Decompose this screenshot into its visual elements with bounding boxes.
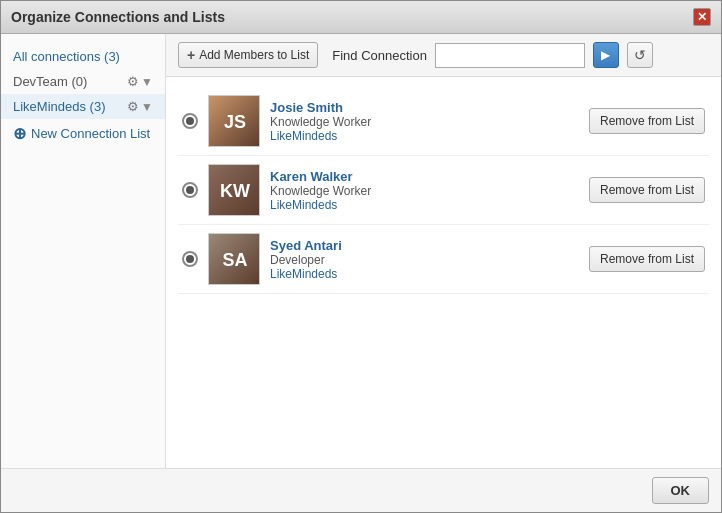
likemindeds-gear[interactable]: ⚙ ▼ [127,99,153,114]
remove-from-list-button[interactable]: Remove from List [589,108,705,134]
add-members-button[interactable]: + Add Members to List [178,42,318,68]
avatar: KW [208,164,260,216]
gear-icon[interactable]: ⚙ [127,99,139,114]
member-company: LikeMindeds [270,267,579,281]
table-row: JS Josie Smith Knowledge Worker LikeMind… [178,87,709,156]
title-bar: Organize Connections and Lists ✕ [1,1,721,34]
refresh-icon: ↺ [634,47,646,63]
plus-icon: + [187,47,195,63]
radio-button[interactable] [182,113,198,129]
find-connection-label: Find Connection [332,48,427,63]
new-list-label: New Connection List [31,126,150,141]
member-company: LikeMindeds [270,129,579,143]
dialog-footer: OK [1,468,721,512]
refresh-button[interactable]: ↺ [627,42,653,68]
table-row: SA Syed Antari Developer LikeMindeds Rem… [178,225,709,294]
organize-connections-dialog: Organize Connections and Lists ✕ All con… [0,0,722,513]
member-name: Karen Walker [270,169,579,184]
member-title: Developer [270,253,579,267]
main-panel: + Add Members to List Find Connection ▶ … [166,34,721,468]
plus-circle-icon: ⊕ [13,124,26,143]
close-button[interactable]: ✕ [693,8,711,26]
avatar: JS [208,95,260,147]
ok-button[interactable]: OK [652,477,710,504]
member-company: LikeMindeds [270,198,579,212]
member-name: Syed Antari [270,238,579,253]
dialog-body: All connections (3) DevTeam (0) ⚙ ▼ Like… [1,34,721,468]
table-row: KW Karen Walker Knowledge Worker LikeMin… [178,156,709,225]
remove-from-list-button[interactable]: Remove from List [589,177,705,203]
all-connections-label: All connections (3) [13,49,120,64]
member-name: Josie Smith [270,100,579,115]
member-info: Karen Walker Knowledge Worker LikeMinded… [270,169,579,212]
sidebar: All connections (3) DevTeam (0) ⚙ ▼ Like… [1,34,166,468]
add-members-label: Add Members to List [199,48,309,62]
sidebar-item-all-connections[interactable]: All connections (3) [1,44,165,69]
members-list: JS Josie Smith Knowledge Worker LikeMind… [166,77,721,468]
remove-from-list-button[interactable]: Remove from List [589,246,705,272]
member-info: Josie Smith Knowledge Worker LikeMindeds [270,100,579,143]
devteam-gear[interactable]: ⚙ ▼ [127,74,153,89]
find-connection-input[interactable] [435,43,585,68]
arrow-right-icon: ▶ [601,48,610,62]
member-info: Syed Antari Developer LikeMindeds [270,238,579,281]
gear-icon[interactable]: ⚙ [127,74,139,89]
sidebar-item-likemindeds[interactable]: LikeMindeds (3) ⚙ ▼ [1,94,165,119]
radio-button[interactable] [182,251,198,267]
likemindeds-label: LikeMindeds (3) [13,99,106,114]
radio-button[interactable] [182,182,198,198]
devteam-label: DevTeam (0) [13,74,87,89]
new-list-item[interactable]: ⊕ New Connection List [1,119,165,148]
member-title: Knowledge Worker [270,184,579,198]
dialog-title: Organize Connections and Lists [11,9,225,25]
find-go-button[interactable]: ▶ [593,42,619,68]
toolbar: + Add Members to List Find Connection ▶ … [166,34,721,77]
sidebar-item-devteam[interactable]: DevTeam (0) ⚙ ▼ [1,69,165,94]
member-title: Knowledge Worker [270,115,579,129]
radio-inner [186,186,194,194]
radio-inner [186,117,194,125]
radio-inner [186,255,194,263]
avatar: SA [208,233,260,285]
